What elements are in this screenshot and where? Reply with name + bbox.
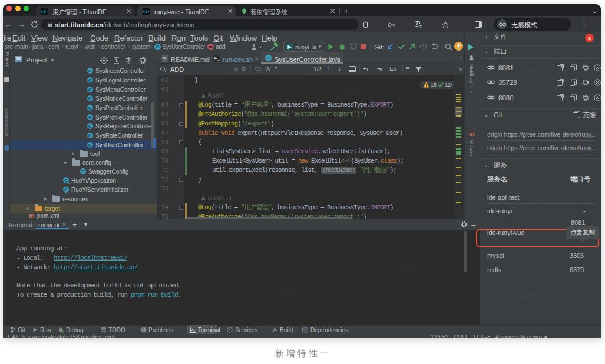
svg-text:文: 文 — [419, 24, 422, 28]
